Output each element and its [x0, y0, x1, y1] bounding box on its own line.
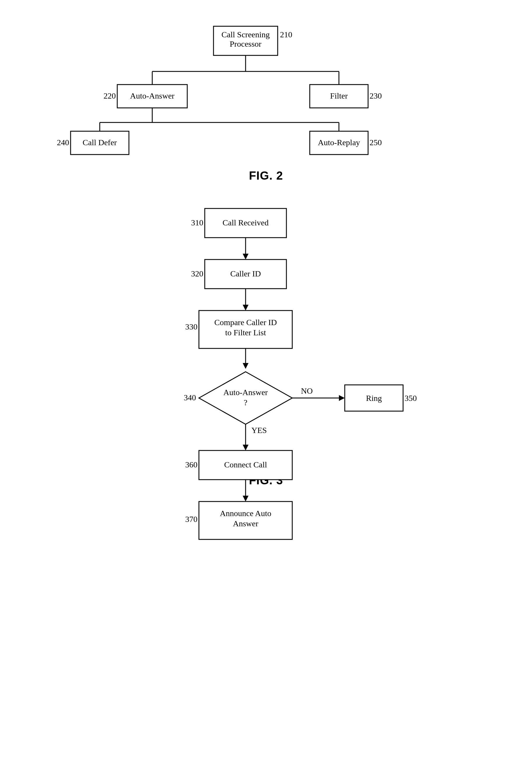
svg-text:to Filter List: to Filter List: [225, 328, 266, 337]
svg-marker-57: [243, 496, 248, 502]
fig2-container: Call Screening Processor 210 Auto-Answer…: [62, 17, 470, 182]
svg-text:370: 370: [185, 515, 197, 524]
svg-text:Connect Call: Connect Call: [224, 460, 267, 469]
svg-text:360: 360: [185, 460, 197, 469]
svg-text:Call Received: Call Received: [222, 218, 269, 227]
svg-marker-28: [243, 254, 248, 259]
svg-text:210: 210: [280, 30, 292, 39]
svg-marker-33: [243, 305, 248, 310]
svg-text:330: 330: [185, 322, 197, 331]
svg-text:310: 310: [191, 218, 203, 227]
svg-text:NO: NO: [301, 386, 313, 396]
svg-marker-52: [243, 445, 248, 451]
svg-text:Filter: Filter: [330, 91, 348, 100]
fig2-title: FIG. 2: [62, 169, 470, 182]
svg-text:Caller ID: Caller ID: [230, 269, 261, 278]
svg-text:230: 230: [370, 91, 382, 100]
svg-text:350: 350: [405, 394, 417, 403]
svg-text:Ring: Ring: [366, 394, 382, 403]
svg-text:Compare Caller ID: Compare Caller ID: [214, 318, 277, 327]
page: Call Screening Processor 210 Auto-Answer…: [0, 0, 532, 775]
svg-text:220: 220: [103, 91, 116, 100]
svg-text:340: 340: [184, 393, 196, 402]
svg-marker-45: [339, 395, 345, 401]
fig3-container: Call Received 310 Caller ID 320 Compare …: [62, 200, 470, 487]
svg-text:Auto-Replay: Auto-Replay: [318, 138, 360, 147]
svg-text:Answer: Answer: [233, 519, 258, 528]
svg-text:Call Screening: Call Screening: [221, 30, 270, 39]
svg-text:Processor: Processor: [230, 39, 262, 48]
svg-text:Call Defer: Call Defer: [82, 138, 117, 147]
svg-text:250: 250: [370, 138, 382, 147]
svg-text:?: ?: [244, 398, 247, 407]
fig2-svg: Call Screening Processor 210 Auto-Answer…: [62, 17, 470, 163]
fig3-svg: Call Received 310 Caller ID 320 Compare …: [62, 200, 470, 695]
svg-text:YES: YES: [251, 426, 267, 435]
svg-text:Auto-Answer: Auto-Answer: [130, 91, 175, 100]
fig2-diagram: Call Screening Processor 210 Auto-Answer…: [62, 17, 470, 163]
fig3-diagram: Call Received 310 Caller ID 320 Compare …: [62, 200, 470, 695]
svg-text:Announce Auto: Announce Auto: [220, 509, 272, 518]
svg-text:240: 240: [57, 138, 69, 147]
svg-text:Auto-Answer: Auto-Answer: [223, 388, 268, 397]
svg-text:320: 320: [191, 269, 203, 278]
svg-marker-39: [243, 363, 248, 369]
